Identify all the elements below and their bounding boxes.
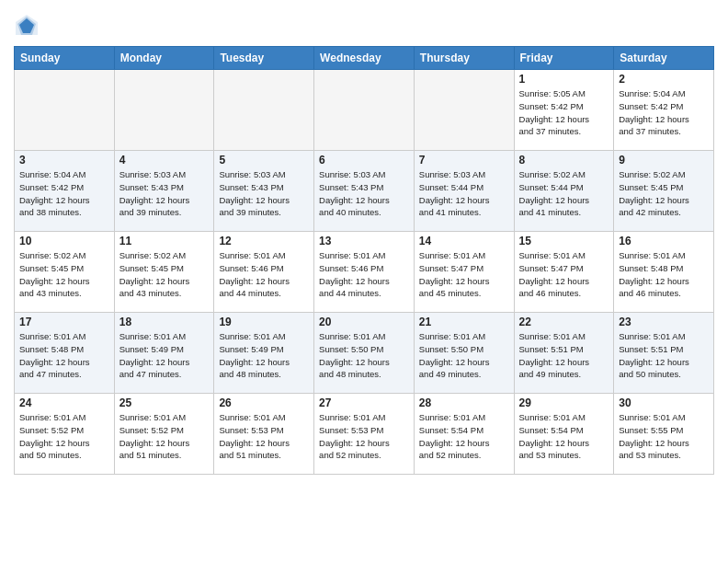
- calendar-cell: 11Sunrise: 5:02 AM Sunset: 5:45 PM Dayli…: [114, 232, 214, 313]
- calendar-cell: [414, 70, 514, 151]
- day-number: 9: [619, 154, 709, 167]
- day-number: 17: [19, 316, 109, 328]
- calendar-body: 1Sunrise: 5:05 AM Sunset: 5:42 PM Daylig…: [15, 70, 714, 475]
- day-number: 5: [219, 154, 309, 167]
- weekday-header-wednesday: Wednesday: [314, 47, 415, 70]
- day-number: 27: [319, 396, 409, 409]
- day-number: 8: [519, 154, 609, 167]
- calendar-cell: 17Sunrise: 5:01 AM Sunset: 5:48 PM Dayli…: [15, 313, 115, 394]
- header: [14, 9, 714, 39]
- day-number: 18: [119, 316, 210, 328]
- calendar-cell: 6Sunrise: 5:03 AM Sunset: 5:43 PM Daylig…: [314, 151, 415, 232]
- day-info: Sunrise: 5:03 AM Sunset: 5:43 PM Dayligh…: [119, 168, 210, 219]
- calendar-cell: 26Sunrise: 5:01 AM Sunset: 5:53 PM Dayli…: [214, 394, 314, 475]
- day-info: Sunrise: 5:04 AM Sunset: 5:42 PM Dayligh…: [619, 87, 709, 138]
- calendar-week-4: 24Sunrise: 5:01 AM Sunset: 5:52 PM Dayli…: [15, 394, 714, 475]
- calendar-cell: 8Sunrise: 5:02 AM Sunset: 5:44 PM Daylig…: [514, 151, 614, 232]
- calendar-cell: [214, 70, 314, 151]
- day-number: 22: [519, 316, 609, 328]
- day-number: 1: [519, 73, 609, 86]
- calendar-cell: 10Sunrise: 5:02 AM Sunset: 5:45 PM Dayli…: [15, 232, 115, 313]
- day-info: Sunrise: 5:03 AM Sunset: 5:43 PM Dayligh…: [319, 168, 409, 219]
- calendar-header: SundayMondayTuesdayWednesdayThursdayFrid…: [15, 47, 714, 70]
- calendar-cell: 19Sunrise: 5:01 AM Sunset: 5:49 PM Dayli…: [214, 313, 314, 394]
- day-info: Sunrise: 5:01 AM Sunset: 5:52 PM Dayligh…: [19, 411, 109, 462]
- calendar-cell: 20Sunrise: 5:01 AM Sunset: 5:50 PM Dayli…: [314, 313, 415, 394]
- calendar-cell: 2Sunrise: 5:04 AM Sunset: 5:42 PM Daylig…: [614, 70, 714, 151]
- day-number: 26: [219, 396, 309, 409]
- day-info: Sunrise: 5:03 AM Sunset: 5:43 PM Dayligh…: [219, 168, 309, 219]
- day-number: 4: [119, 154, 210, 167]
- weekday-row: SundayMondayTuesdayWednesdayThursdayFrid…: [15, 47, 714, 70]
- day-info: Sunrise: 5:01 AM Sunset: 5:52 PM Dayligh…: [119, 411, 210, 462]
- day-info: Sunrise: 5:01 AM Sunset: 5:53 PM Dayligh…: [319, 411, 409, 462]
- day-info: Sunrise: 5:04 AM Sunset: 5:42 PM Dayligh…: [19, 168, 109, 219]
- calendar-cell: [15, 70, 115, 151]
- day-number: 20: [319, 316, 409, 328]
- day-info: Sunrise: 5:02 AM Sunset: 5:45 PM Dayligh…: [119, 249, 210, 300]
- weekday-header-tuesday: Tuesday: [214, 47, 314, 70]
- calendar-cell: [114, 70, 214, 151]
- day-number: 23: [619, 316, 709, 328]
- day-info: Sunrise: 5:01 AM Sunset: 5:46 PM Dayligh…: [319, 249, 409, 300]
- calendar-cell: 18Sunrise: 5:01 AM Sunset: 5:49 PM Dayli…: [114, 313, 214, 394]
- day-number: 25: [119, 396, 210, 409]
- day-number: 19: [219, 316, 309, 328]
- calendar-cell: 25Sunrise: 5:01 AM Sunset: 5:52 PM Dayli…: [114, 394, 214, 475]
- calendar-cell: 9Sunrise: 5:02 AM Sunset: 5:45 PM Daylig…: [614, 151, 714, 232]
- day-info: Sunrise: 5:02 AM Sunset: 5:45 PM Dayligh…: [619, 168, 709, 219]
- calendar-cell: 4Sunrise: 5:03 AM Sunset: 5:43 PM Daylig…: [114, 151, 214, 232]
- weekday-header-friday: Friday: [514, 47, 614, 70]
- logo-icon: [14, 13, 40, 39]
- calendar-cell: 5Sunrise: 5:03 AM Sunset: 5:43 PM Daylig…: [214, 151, 314, 232]
- day-number: 16: [619, 235, 709, 247]
- calendar-cell: 27Sunrise: 5:01 AM Sunset: 5:53 PM Dayli…: [314, 394, 415, 475]
- calendar-cell: 22Sunrise: 5:01 AM Sunset: 5:51 PM Dayli…: [514, 313, 614, 394]
- day-info: Sunrise: 5:02 AM Sunset: 5:45 PM Dayligh…: [19, 249, 109, 300]
- day-info: Sunrise: 5:01 AM Sunset: 5:53 PM Dayligh…: [219, 411, 309, 462]
- calendar-cell: 14Sunrise: 5:01 AM Sunset: 5:47 PM Dayli…: [414, 232, 514, 313]
- day-info: Sunrise: 5:01 AM Sunset: 5:48 PM Dayligh…: [19, 330, 109, 381]
- day-number: 6: [319, 154, 409, 167]
- day-info: Sunrise: 5:01 AM Sunset: 5:50 PM Dayligh…: [319, 330, 409, 381]
- calendar-cell: 7Sunrise: 5:03 AM Sunset: 5:44 PM Daylig…: [414, 151, 514, 232]
- weekday-header-thursday: Thursday: [414, 47, 514, 70]
- calendar-cell: 23Sunrise: 5:01 AM Sunset: 5:51 PM Dayli…: [614, 313, 714, 394]
- weekday-header-saturday: Saturday: [614, 47, 714, 70]
- weekday-header-monday: Monday: [114, 47, 214, 70]
- day-info: Sunrise: 5:01 AM Sunset: 5:48 PM Dayligh…: [619, 249, 709, 300]
- calendar-table: SundayMondayTuesdayWednesdayThursdayFrid…: [14, 46, 714, 475]
- day-number: 2: [619, 73, 709, 86]
- day-info: Sunrise: 5:01 AM Sunset: 5:54 PM Dayligh…: [519, 411, 609, 462]
- day-number: 12: [219, 235, 309, 247]
- logo: [14, 13, 43, 39]
- day-info: Sunrise: 5:01 AM Sunset: 5:50 PM Dayligh…: [419, 330, 509, 381]
- day-number: 21: [419, 316, 509, 328]
- calendar-cell: 13Sunrise: 5:01 AM Sunset: 5:46 PM Dayli…: [314, 232, 415, 313]
- day-info: Sunrise: 5:01 AM Sunset: 5:46 PM Dayligh…: [219, 249, 309, 300]
- calendar-week-2: 10Sunrise: 5:02 AM Sunset: 5:45 PM Dayli…: [15, 232, 714, 313]
- page: SundayMondayTuesdayWednesdayThursdayFrid…: [0, 0, 728, 488]
- calendar-cell: 15Sunrise: 5:01 AM Sunset: 5:47 PM Dayli…: [514, 232, 614, 313]
- day-info: Sunrise: 5:01 AM Sunset: 5:51 PM Dayligh…: [619, 330, 709, 381]
- calendar-week-0: 1Sunrise: 5:05 AM Sunset: 5:42 PM Daylig…: [15, 70, 714, 151]
- day-number: 29: [519, 396, 609, 409]
- weekday-header-sunday: Sunday: [15, 47, 115, 70]
- day-info: Sunrise: 5:02 AM Sunset: 5:44 PM Dayligh…: [519, 168, 609, 219]
- calendar-cell: 16Sunrise: 5:01 AM Sunset: 5:48 PM Dayli…: [614, 232, 714, 313]
- day-number: 3: [19, 154, 109, 167]
- calendar-cell: 3Sunrise: 5:04 AM Sunset: 5:42 PM Daylig…: [15, 151, 115, 232]
- calendar-cell: 21Sunrise: 5:01 AM Sunset: 5:50 PM Dayli…: [414, 313, 514, 394]
- calendar-week-3: 17Sunrise: 5:01 AM Sunset: 5:48 PM Dayli…: [15, 313, 714, 394]
- calendar-cell: 12Sunrise: 5:01 AM Sunset: 5:46 PM Dayli…: [214, 232, 314, 313]
- day-number: 13: [319, 235, 409, 247]
- calendar-cell: 30Sunrise: 5:01 AM Sunset: 5:55 PM Dayli…: [614, 394, 714, 475]
- day-number: 15: [519, 235, 609, 247]
- day-info: Sunrise: 5:01 AM Sunset: 5:55 PM Dayligh…: [619, 411, 709, 462]
- day-info: Sunrise: 5:05 AM Sunset: 5:42 PM Dayligh…: [519, 87, 609, 138]
- day-info: Sunrise: 5:03 AM Sunset: 5:44 PM Dayligh…: [419, 168, 509, 219]
- day-info: Sunrise: 5:01 AM Sunset: 5:49 PM Dayligh…: [119, 330, 210, 381]
- day-number: 10: [19, 235, 109, 247]
- day-number: 30: [619, 396, 709, 409]
- calendar-cell: 29Sunrise: 5:01 AM Sunset: 5:54 PM Dayli…: [514, 394, 614, 475]
